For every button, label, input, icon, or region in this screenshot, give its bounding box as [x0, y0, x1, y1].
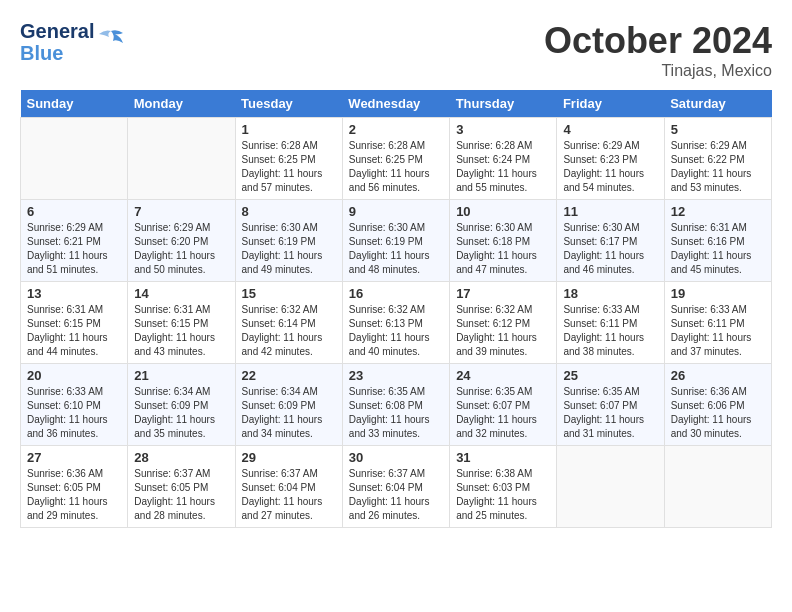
day-number: 4 — [563, 122, 657, 137]
col-tuesday: Tuesday — [235, 90, 342, 118]
day-number: 6 — [27, 204, 121, 219]
cell-info: Sunrise: 6:29 AM Sunset: 6:23 PM Dayligh… — [563, 139, 657, 195]
sunrise: Sunrise: 6:33 AM — [27, 386, 103, 397]
daylight: Daylight: 11 hours and 42 minutes. — [242, 332, 323, 357]
table-row: 17 Sunrise: 6:32 AM Sunset: 6:12 PM Dayl… — [450, 282, 557, 364]
col-monday: Monday — [128, 90, 235, 118]
sunset: Sunset: 6:18 PM — [456, 236, 530, 247]
cell-info: Sunrise: 6:38 AM Sunset: 6:03 PM Dayligh… — [456, 467, 550, 523]
sunrise: Sunrise: 6:31 AM — [27, 304, 103, 315]
day-number: 22 — [242, 368, 336, 383]
daylight: Daylight: 11 hours and 48 minutes. — [349, 250, 430, 275]
daylight: Daylight: 11 hours and 31 minutes. — [563, 414, 644, 439]
logo-bird-icon — [97, 29, 125, 51]
daylight: Daylight: 11 hours and 57 minutes. — [242, 168, 323, 193]
page-header: General Blue October 2024 Tinajas, Mexic… — [20, 20, 772, 80]
table-row: 11 Sunrise: 6:30 AM Sunset: 6:17 PM Dayl… — [557, 200, 664, 282]
sunrise: Sunrise: 6:32 AM — [349, 304, 425, 315]
daylight: Daylight: 11 hours and 45 minutes. — [671, 250, 752, 275]
daylight: Daylight: 11 hours and 39 minutes. — [456, 332, 537, 357]
cell-info: Sunrise: 6:33 AM Sunset: 6:11 PM Dayligh… — [563, 303, 657, 359]
table-row: 4 Sunrise: 6:29 AM Sunset: 6:23 PM Dayli… — [557, 118, 664, 200]
sunrise: Sunrise: 6:36 AM — [27, 468, 103, 479]
logo-general: General — [20, 20, 94, 42]
calendar-week-row: 6 Sunrise: 6:29 AM Sunset: 6:21 PM Dayli… — [21, 200, 772, 282]
sunset: Sunset: 6:14 PM — [242, 318, 316, 329]
sunrise: Sunrise: 6:32 AM — [456, 304, 532, 315]
daylight: Daylight: 11 hours and 47 minutes. — [456, 250, 537, 275]
table-row: 14 Sunrise: 6:31 AM Sunset: 6:15 PM Dayl… — [128, 282, 235, 364]
table-row: 25 Sunrise: 6:35 AM Sunset: 6:07 PM Dayl… — [557, 364, 664, 446]
table-row — [21, 118, 128, 200]
sunset: Sunset: 6:05 PM — [27, 482, 101, 493]
cell-info: Sunrise: 6:29 AM Sunset: 6:20 PM Dayligh… — [134, 221, 228, 277]
daylight: Daylight: 11 hours and 50 minutes. — [134, 250, 215, 275]
sunrise: Sunrise: 6:37 AM — [134, 468, 210, 479]
sunset: Sunset: 6:13 PM — [349, 318, 423, 329]
daylight: Daylight: 11 hours and 32 minutes. — [456, 414, 537, 439]
day-number: 19 — [671, 286, 765, 301]
col-thursday: Thursday — [450, 90, 557, 118]
day-number: 27 — [27, 450, 121, 465]
sunrise: Sunrise: 6:29 AM — [563, 140, 639, 151]
table-row: 6 Sunrise: 6:29 AM Sunset: 6:21 PM Dayli… — [21, 200, 128, 282]
sunset: Sunset: 6:22 PM — [671, 154, 745, 165]
sunrise: Sunrise: 6:33 AM — [671, 304, 747, 315]
sunrise: Sunrise: 6:29 AM — [134, 222, 210, 233]
daylight: Daylight: 11 hours and 34 minutes. — [242, 414, 323, 439]
sunset: Sunset: 6:15 PM — [27, 318, 101, 329]
daylight: Daylight: 11 hours and 38 minutes. — [563, 332, 644, 357]
cell-info: Sunrise: 6:31 AM Sunset: 6:15 PM Dayligh… — [27, 303, 121, 359]
day-number: 23 — [349, 368, 443, 383]
day-number: 29 — [242, 450, 336, 465]
sunset: Sunset: 6:09 PM — [242, 400, 316, 411]
col-friday: Friday — [557, 90, 664, 118]
sunrise: Sunrise: 6:38 AM — [456, 468, 532, 479]
table-row: 21 Sunrise: 6:34 AM Sunset: 6:09 PM Dayl… — [128, 364, 235, 446]
table-row: 23 Sunrise: 6:35 AM Sunset: 6:08 PM Dayl… — [342, 364, 449, 446]
day-number: 3 — [456, 122, 550, 137]
sunset: Sunset: 6:20 PM — [134, 236, 208, 247]
col-sunday: Sunday — [21, 90, 128, 118]
table-row: 3 Sunrise: 6:28 AM Sunset: 6:24 PM Dayli… — [450, 118, 557, 200]
sunset: Sunset: 6:07 PM — [563, 400, 637, 411]
table-row: 24 Sunrise: 6:35 AM Sunset: 6:07 PM Dayl… — [450, 364, 557, 446]
col-wednesday: Wednesday — [342, 90, 449, 118]
title-block: October 2024 Tinajas, Mexico — [544, 20, 772, 80]
calendar-week-row: 13 Sunrise: 6:31 AM Sunset: 6:15 PM Dayl… — [21, 282, 772, 364]
daylight: Daylight: 11 hours and 51 minutes. — [27, 250, 108, 275]
sunrise: Sunrise: 6:30 AM — [242, 222, 318, 233]
sunrise: Sunrise: 6:29 AM — [671, 140, 747, 151]
day-number: 31 — [456, 450, 550, 465]
table-row: 8 Sunrise: 6:30 AM Sunset: 6:19 PM Dayli… — [235, 200, 342, 282]
day-number: 5 — [671, 122, 765, 137]
sunset: Sunset: 6:11 PM — [671, 318, 745, 329]
table-row: 31 Sunrise: 6:38 AM Sunset: 6:03 PM Dayl… — [450, 446, 557, 528]
cell-info: Sunrise: 6:33 AM Sunset: 6:10 PM Dayligh… — [27, 385, 121, 441]
table-row: 28 Sunrise: 6:37 AM Sunset: 6:05 PM Dayl… — [128, 446, 235, 528]
table-row: 9 Sunrise: 6:30 AM Sunset: 6:19 PM Dayli… — [342, 200, 449, 282]
sunrise: Sunrise: 6:32 AM — [242, 304, 318, 315]
daylight: Daylight: 11 hours and 27 minutes. — [242, 496, 323, 521]
daylight: Daylight: 11 hours and 56 minutes. — [349, 168, 430, 193]
day-number: 8 — [242, 204, 336, 219]
sunset: Sunset: 6:23 PM — [563, 154, 637, 165]
sunrise: Sunrise: 6:29 AM — [27, 222, 103, 233]
table-row: 29 Sunrise: 6:37 AM Sunset: 6:04 PM Dayl… — [235, 446, 342, 528]
table-row: 10 Sunrise: 6:30 AM Sunset: 6:18 PM Dayl… — [450, 200, 557, 282]
sunset: Sunset: 6:08 PM — [349, 400, 423, 411]
month-title: October 2024 — [544, 20, 772, 62]
cell-info: Sunrise: 6:29 AM Sunset: 6:22 PM Dayligh… — [671, 139, 765, 195]
cell-info: Sunrise: 6:37 AM Sunset: 6:05 PM Dayligh… — [134, 467, 228, 523]
cell-info: Sunrise: 6:28 AM Sunset: 6:24 PM Dayligh… — [456, 139, 550, 195]
cell-info: Sunrise: 6:30 AM Sunset: 6:17 PM Dayligh… — [563, 221, 657, 277]
daylight: Daylight: 11 hours and 29 minutes. — [27, 496, 108, 521]
calendar-week-row: 1 Sunrise: 6:28 AM Sunset: 6:25 PM Dayli… — [21, 118, 772, 200]
day-number: 14 — [134, 286, 228, 301]
daylight: Daylight: 11 hours and 49 minutes. — [242, 250, 323, 275]
sunset: Sunset: 6:09 PM — [134, 400, 208, 411]
table-row: 2 Sunrise: 6:28 AM Sunset: 6:25 PM Dayli… — [342, 118, 449, 200]
sunrise: Sunrise: 6:37 AM — [349, 468, 425, 479]
sunrise: Sunrise: 6:35 AM — [349, 386, 425, 397]
day-number: 21 — [134, 368, 228, 383]
